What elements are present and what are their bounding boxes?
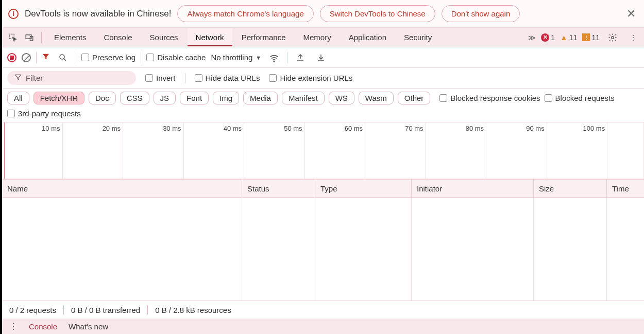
tab-performance[interactable]: Performance (233, 28, 294, 46)
drawer-tabbar: ⋮ Console What's new (2, 319, 644, 334)
timeline-overview[interactable]: 10 ms 20 ms 30 ms 40 ms 50 ms 60 ms 70 m… (2, 122, 644, 179)
col-type[interactable]: Type (315, 180, 412, 197)
tick-label: 50 ms (284, 125, 302, 132)
separator (63, 305, 64, 314)
chip-img[interactable]: Img (213, 92, 239, 104)
drawer-menu-icon[interactable]: ⋮ (9, 322, 18, 331)
col-time[interactable]: Time (607, 180, 644, 197)
chip-other[interactable]: Other (398, 92, 431, 104)
requests-table-body (2, 198, 644, 301)
type-chipbar: All Fetch/XHR Doc CSS JS Font Img Media … (2, 89, 644, 108)
col-initiator[interactable]: Initiator (412, 180, 534, 197)
tab-application[interactable]: Application (341, 28, 395, 46)
filter-toggle-icon[interactable] (42, 52, 50, 62)
inspect-element-icon[interactable] (5, 33, 21, 42)
import-har-icon[interactable] (293, 53, 308, 62)
status-bar: 0 / 2 requests 0 B / 0 B transferred 0 B… (2, 301, 644, 319)
tab-sources[interactable]: Sources (142, 28, 187, 46)
filter-placeholder: Filter (26, 74, 43, 82)
dont-show-again-button[interactable]: Don't show again (442, 5, 520, 22)
chip-manifest[interactable]: Manifest (282, 92, 325, 104)
chip-all[interactable]: All (7, 92, 29, 104)
tick-label: 30 ms (163, 125, 181, 132)
network-toolbar: Preserve log Disable cache No throttling… (2, 47, 644, 68)
language-banner: i DevTools is now available in Chinese! … (2, 0, 644, 28)
type-chipbar-2: 3rd-party requests (2, 108, 644, 122)
tab-elements[interactable]: Elements (46, 28, 95, 46)
col-status[interactable]: Status (242, 180, 315, 197)
network-conditions-icon[interactable] (266, 52, 282, 63)
chip-js[interactable]: JS (154, 92, 176, 104)
drawer-tab-console[interactable]: Console (29, 322, 57, 331)
always-match-button[interactable]: Always match Chrome's language (177, 5, 313, 22)
chip-wasm[interactable]: Wasm (359, 92, 394, 104)
tab-network[interactable]: Network (188, 28, 232, 46)
search-icon[interactable] (55, 53, 71, 62)
hide-extension-urls-checkbox[interactable]: Hide extension URLs (269, 74, 352, 82)
third-party-checkbox[interactable]: 3rd-party requests (7, 109, 81, 118)
errors-badge[interactable]: ✕1 (541, 33, 555, 42)
tick-label: 10 ms (42, 125, 60, 132)
tick-label: 20 ms (103, 125, 121, 132)
main-tabbar: Elements Console Sources Network Perform… (2, 28, 644, 47)
chip-fetch-xhr[interactable]: Fetch/XHR (33, 92, 84, 104)
tab-console[interactable]: Console (96, 28, 141, 46)
col-name[interactable]: Name (2, 180, 242, 197)
separator (287, 52, 287, 63)
filter-input[interactable]: Filter (7, 71, 136, 85)
export-har-icon[interactable] (313, 53, 329, 62)
funnel-icon (14, 74, 22, 82)
issues-badge[interactable]: !11 (582, 33, 600, 42)
svg-point-3 (612, 36, 614, 39)
more-menu-icon[interactable]: ⋮ (625, 33, 641, 42)
status-requests: 0 / 2 requests (9, 306, 56, 314)
blocked-requests-checkbox[interactable]: Blocked requests (545, 94, 615, 102)
tick-label: 70 ms (405, 125, 423, 132)
separator (147, 305, 148, 314)
status-resources: 0 B / 2.8 kB resources (155, 306, 231, 314)
preserve-log-checkbox[interactable]: Preserve log (81, 53, 135, 62)
invert-checkbox[interactable]: Invert (145, 74, 176, 82)
disable-cache-checkbox[interactable]: Disable cache (146, 53, 206, 62)
blocked-cookies-checkbox[interactable]: Blocked response cookies (439, 94, 540, 102)
chip-css[interactable]: CSS (120, 92, 149, 104)
separator (76, 52, 76, 63)
separator (141, 52, 141, 63)
tick-label: 40 ms (224, 125, 242, 132)
tick-label: 80 ms (466, 125, 484, 132)
tick-label: 90 ms (526, 125, 544, 132)
throttling-select[interactable]: No throttling▼ (211, 53, 261, 62)
svg-point-5 (274, 61, 275, 62)
separator (41, 32, 42, 43)
chip-media[interactable]: Media (243, 92, 278, 104)
separator (36, 52, 37, 63)
hide-data-urls-checkbox[interactable]: Hide data URLs (195, 74, 260, 82)
tick-label: 100 ms (583, 125, 605, 132)
tab-security[interactable]: Security (396, 28, 440, 46)
tick-label: 60 ms (345, 125, 363, 132)
requests-table-header: Name Status Type Initiator Size Time (2, 179, 644, 198)
drawer-tab-whatsnew[interactable]: What's new (69, 322, 108, 331)
chip-font[interactable]: Font (180, 92, 209, 104)
banner-message: DevTools is now available in Chinese! (25, 9, 171, 19)
warnings-badge[interactable]: ▲11 (560, 33, 577, 42)
tab-memory[interactable]: Memory (295, 28, 340, 46)
separator (185, 73, 185, 83)
svg-point-4 (60, 55, 64, 59)
device-toggle-icon[interactable] (22, 33, 37, 42)
more-tabs-icon[interactable]: ≫ (528, 33, 536, 42)
close-banner-icon[interactable]: ✕ (624, 7, 638, 21)
info-icon: i (8, 9, 19, 19)
record-button[interactable] (7, 53, 16, 62)
chip-doc[interactable]: Doc (89, 92, 116, 104)
status-transferred: 0 B / 0 B transferred (71, 306, 140, 314)
settings-gear-icon[interactable] (605, 33, 620, 42)
col-size[interactable]: Size (534, 180, 607, 197)
clear-button[interactable] (22, 53, 31, 62)
chip-ws[interactable]: WS (329, 92, 354, 104)
filter-bar: Filter Invert Hide data URLs Hide extens… (2, 68, 644, 89)
switch-language-button[interactable]: Switch DevTools to Chinese (320, 5, 435, 22)
